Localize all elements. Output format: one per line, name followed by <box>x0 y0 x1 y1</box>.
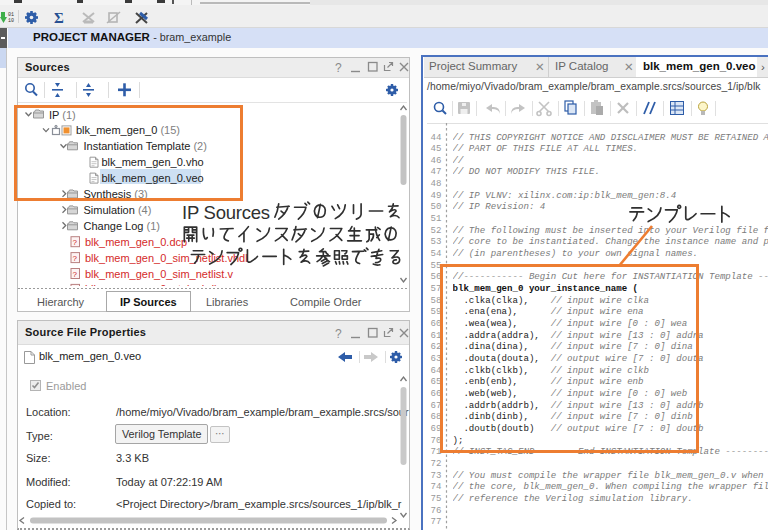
svg-text:10: 10 <box>8 18 14 24</box>
svg-text:?: ? <box>335 327 342 341</box>
svg-text:?: ? <box>335 61 342 75</box>
svg-text:Σ: Σ <box>54 10 64 26</box>
